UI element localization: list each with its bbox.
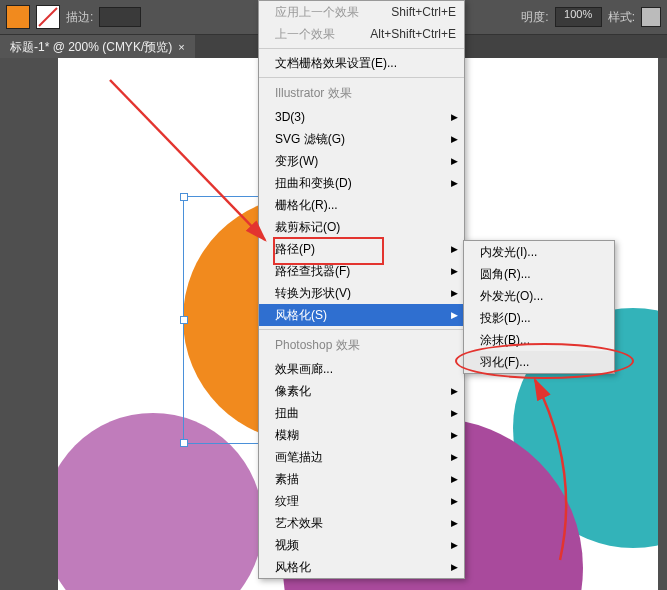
stroke-weight-input[interactable]: [99, 7, 141, 27]
document-tab[interactable]: 标题-1* @ 200% (CMYK/预览) ×: [0, 35, 195, 60]
menu-item-stylize[interactable]: 风格化(S): [259, 304, 464, 326]
menu-item-convert-shape[interactable]: 转换为形状(V): [259, 282, 464, 304]
menu-item-stylize-ps[interactable]: 风格化: [259, 556, 464, 578]
menu-item-rasterize[interactable]: 栅格化(R)...: [259, 194, 464, 216]
menu-item-distort2[interactable]: 扭曲: [259, 402, 464, 424]
stroke-label: 描边:: [66, 9, 93, 26]
menu-item-artistic[interactable]: 艺术效果: [259, 512, 464, 534]
style-label: 样式:: [608, 9, 635, 26]
menu-item-distort[interactable]: 扭曲和变换(D): [259, 172, 464, 194]
tab-title: 标题-1* @ 200% (CMYK/预览): [10, 39, 172, 56]
close-icon[interactable]: ×: [178, 41, 184, 53]
submenu-round-corners[interactable]: 圆角(R)...: [464, 263, 614, 285]
menu-header-illustrator: Illustrator 效果: [259, 81, 464, 106]
submenu-inner-glow[interactable]: 内发光(I)...: [464, 241, 614, 263]
menu-item-pixelate[interactable]: 像素化: [259, 380, 464, 402]
separator: [259, 48, 464, 49]
menu-item-sketch[interactable]: 素描: [259, 468, 464, 490]
menu-item-blur[interactable]: 模糊: [259, 424, 464, 446]
submenu-drop-shadow[interactable]: 投影(D)...: [464, 307, 614, 329]
menu-item-texture[interactable]: 纹理: [259, 490, 464, 512]
submenu-feather[interactable]: 羽化(F)...: [464, 351, 614, 373]
style-swatch[interactable]: [641, 7, 661, 27]
separator: [259, 329, 464, 330]
stroke-swatch[interactable]: [36, 5, 60, 29]
menu-item-brush[interactable]: 画笔描边: [259, 446, 464, 468]
fill-swatch[interactable]: [6, 5, 30, 29]
opacity-input[interactable]: 100%: [555, 7, 602, 27]
menu-item-svg[interactable]: SVG 滤镜(G): [259, 128, 464, 150]
menu-header-photoshop: Photoshop 效果: [259, 333, 464, 358]
menu-item-path[interactable]: 路径(P): [259, 238, 464, 260]
menu-item-cropmarks[interactable]: 裁剪标记(O): [259, 216, 464, 238]
handle[interactable]: [180, 439, 188, 447]
menu-item-gallery[interactable]: 效果画廊...: [259, 358, 464, 380]
menu-item-warp[interactable]: 变形(W): [259, 150, 464, 172]
opacity-label: 明度:: [521, 9, 548, 26]
menu-item-last-effect[interactable]: 上一个效果 Alt+Shift+Ctrl+E: [259, 23, 464, 45]
menu-item-raster-settings[interactable]: 文档栅格效果设置(E)...: [259, 52, 464, 74]
menu-item-pathfinder[interactable]: 路径查找器(F): [259, 260, 464, 282]
menu-item-apply-last[interactable]: 应用上一个效果 Shift+Ctrl+E: [259, 1, 464, 23]
submenu-outer-glow[interactable]: 外发光(O)...: [464, 285, 614, 307]
submenu-scribble[interactable]: 涂抹(B)...: [464, 329, 614, 351]
separator: [259, 77, 464, 78]
handle[interactable]: [180, 193, 188, 201]
menu-item-video[interactable]: 视频: [259, 534, 464, 556]
svg-line-0: [39, 8, 57, 26]
menu-item-3d[interactable]: 3D(3): [259, 106, 464, 128]
stylize-submenu: 内发光(I)... 圆角(R)... 外发光(O)... 投影(D)... 涂抹…: [463, 240, 615, 374]
handle[interactable]: [180, 316, 188, 324]
effect-menu: 应用上一个效果 Shift+Ctrl+E 上一个效果 Alt+Shift+Ctr…: [258, 0, 465, 579]
